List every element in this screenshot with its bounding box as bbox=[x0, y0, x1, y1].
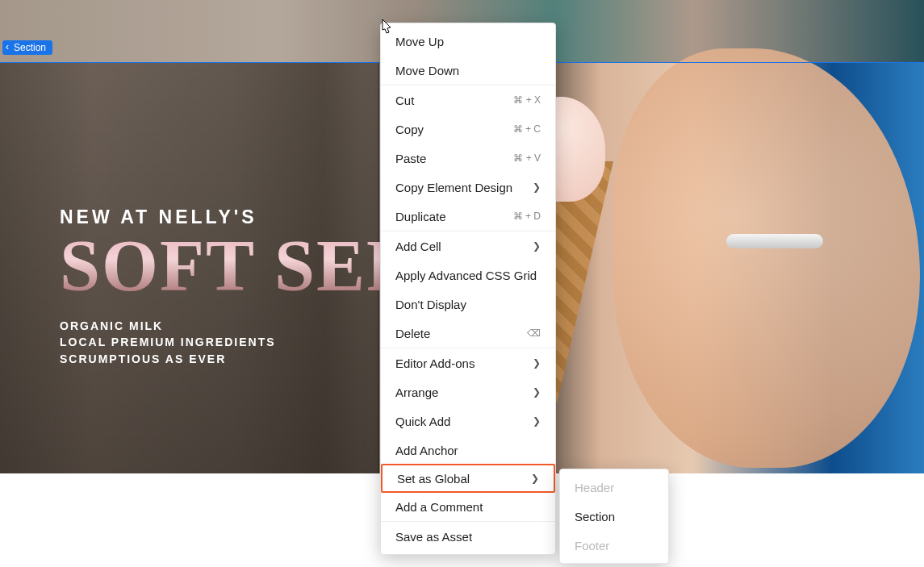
menu-cut[interactable]: Cut⌘ + X bbox=[381, 85, 555, 115]
bg-bracelet bbox=[726, 234, 823, 248]
submenu-header: Header bbox=[560, 473, 668, 502]
menu-paste[interactable]: Paste⌘ + V bbox=[381, 144, 555, 173]
submenu-section[interactable]: Section bbox=[560, 502, 668, 531]
menu-copy-element-design[interactable]: Copy Element Design❯ bbox=[381, 173, 555, 202]
chevron-right-icon: ❯ bbox=[533, 181, 541, 193]
menu-save-as-asset[interactable]: Save as Asset bbox=[381, 522, 555, 551]
selection-breadcrumb[interactable]: Section bbox=[2, 40, 52, 55]
menu-dont-display[interactable]: Don't Display bbox=[381, 290, 555, 319]
menu-arrange[interactable]: Arrange❯ bbox=[381, 377, 555, 406]
menu-add-cell[interactable]: Add Cell❯ bbox=[381, 231, 555, 261]
chevron-right-icon: ❯ bbox=[533, 415, 541, 427]
menu-copy[interactable]: Copy⌘ + C bbox=[381, 115, 555, 144]
set-global-submenu: Header Section Footer bbox=[559, 469, 669, 564]
chevron-right-icon: ❯ bbox=[533, 357, 541, 369]
menu-apply-css-grid[interactable]: Apply Advanced CSS Grid bbox=[381, 261, 555, 290]
menu-set-as-global[interactable]: Set as Global❯ bbox=[381, 464, 555, 493]
menu-move-up[interactable]: Move Up bbox=[381, 27, 555, 56]
context-menu: Move Up Move Down Cut⌘ + X Copy⌘ + C Pas… bbox=[380, 23, 556, 555]
submenu-footer: Footer bbox=[560, 531, 668, 560]
chevron-right-icon: ❯ bbox=[531, 473, 539, 484]
menu-editor-addons[interactable]: Editor Add-ons❯ bbox=[381, 348, 555, 377]
menu-move-down[interactable]: Move Down bbox=[381, 56, 555, 85]
menu-add-comment[interactable]: Add a Comment bbox=[381, 492, 555, 521]
menu-add-anchor[interactable]: Add Anchor bbox=[381, 436, 555, 465]
menu-duplicate[interactable]: Duplicate⌘ + D bbox=[381, 202, 555, 231]
menu-delete[interactable]: Delete⌫ bbox=[381, 319, 555, 348]
chevron-right-icon: ❯ bbox=[533, 386, 541, 398]
chevron-right-icon: ❯ bbox=[533, 240, 541, 252]
menu-quick-add[interactable]: Quick Add❯ bbox=[381, 406, 555, 436]
